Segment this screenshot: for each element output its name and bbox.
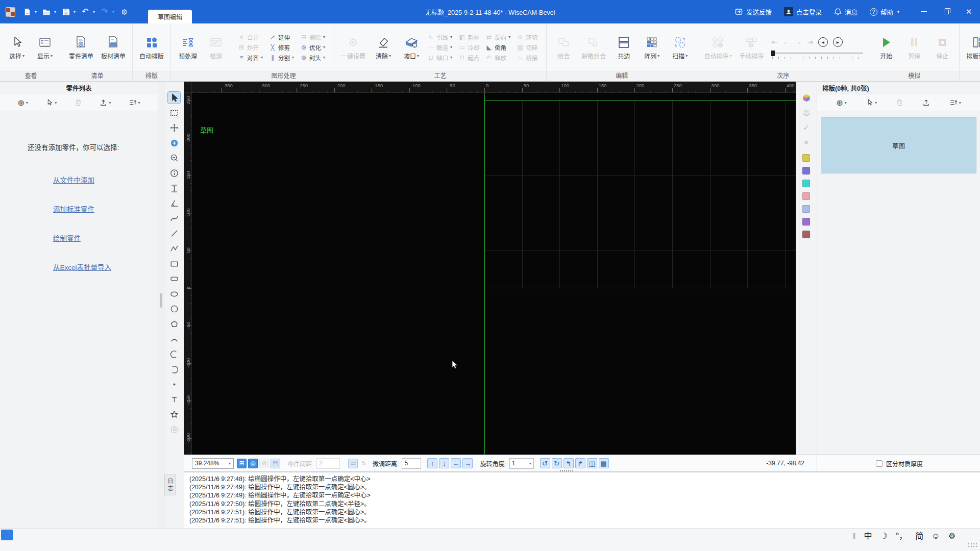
color-swatch-3[interactable] bbox=[802, 192, 810, 200]
add-part-button[interactable]: ⊕▾ bbox=[17, 98, 28, 108]
ime-settings-icon[interactable]: ⚙ bbox=[948, 532, 955, 540]
ribbon-commonedge-button[interactable]: 共边 bbox=[610, 34, 637, 61]
mirror-horizontal-button[interactable]: ◫ bbox=[587, 458, 597, 468]
ribbon-split-button[interactable]: ∦分割▾ bbox=[268, 53, 295, 63]
rectangle-tool[interactable] bbox=[168, 258, 180, 270]
ribbon-optimize-button[interactable]: ⊚优化▾ bbox=[299, 42, 326, 53]
sort-parts-button[interactable]: ▾ bbox=[129, 98, 140, 107]
ribbon-recognize-button[interactable]: 排版识别 bbox=[963, 34, 980, 61]
settings-button[interactable] bbox=[117, 5, 131, 18]
undo-button[interactable]: ↶ bbox=[79, 5, 92, 18]
ribbon-chamfer-button[interactable]: ◣倒角 bbox=[484, 42, 511, 53]
sheet-frame-toggle[interactable]: ⊞ bbox=[237, 459, 247, 468]
add-sheet-button[interactable]: ⊕▾ bbox=[836, 98, 846, 108]
ribbon-array-button[interactable]: 阵列▾ bbox=[639, 34, 665, 61]
sequence-slider[interactable] bbox=[771, 51, 863, 59]
star-tool[interactable] bbox=[168, 409, 180, 420]
part-snap-toggle[interactable]: ◎ bbox=[248, 459, 258, 468]
spline-tool[interactable] bbox=[168, 213, 180, 224]
ellipse-tool[interactable] bbox=[168, 288, 180, 300]
dropdown-caret-icon[interactable]: ▾ bbox=[112, 10, 114, 14]
rotate-left-90-button[interactable]: ↰ bbox=[564, 458, 574, 468]
ime-halfwidth-icon[interactable]: ☽ bbox=[880, 532, 888, 540]
add-parts-link-0[interactable]: 从文件中添加 bbox=[53, 174, 94, 185]
ime-simplified-icon[interactable]: 简 bbox=[915, 532, 923, 540]
ribbon-play-button[interactable]: 开始 bbox=[873, 34, 899, 61]
polygon-tool[interactable] bbox=[168, 318, 180, 330]
point-tool[interactable] bbox=[168, 379, 180, 390]
arc-tangent-tool[interactable] bbox=[168, 364, 180, 375]
align-display-toggle[interactable]: ▤ bbox=[271, 459, 280, 468]
measure-info-tool[interactable] bbox=[168, 167, 180, 179]
sheet-spacing-icon[interactable]: ▭ bbox=[348, 459, 358, 468]
arc-center-tool[interactable] bbox=[168, 348, 180, 360]
ribbon-display-button[interactable]: 显示▾ bbox=[32, 34, 58, 61]
circle-tool[interactable] bbox=[168, 303, 180, 315]
ime-language-icon[interactable]: 中 bbox=[864, 532, 872, 540]
nudge-input[interactable]: 5 bbox=[402, 458, 421, 469]
dropdown-caret-icon[interactable]: ▾ bbox=[35, 10, 37, 14]
rotate-cw-button[interactable]: ↻ bbox=[552, 458, 562, 468]
ribbon-cap-button[interactable]: ⊛封头▾ bbox=[299, 53, 326, 63]
send-feedback-button[interactable]: 发送反馈 bbox=[735, 7, 772, 17]
arc-tool[interactable] bbox=[168, 334, 180, 345]
sort-sheet-button[interactable]: ▾ bbox=[949, 98, 961, 107]
sketch-canvas[interactable]: 草图 bbox=[192, 93, 796, 455]
color-swatch-4[interactable] bbox=[802, 205, 810, 213]
seq-first-button[interactable]: ⇤ bbox=[771, 38, 777, 46]
export-parts-button[interactable]: ▾ bbox=[100, 98, 111, 107]
seq-play-back-button[interactable]: ◂ bbox=[818, 37, 828, 47]
resize-grip[interactable] bbox=[968, 543, 977, 548]
line-tool[interactable] bbox=[168, 228, 180, 239]
cancel-icon[interactable]: ✕ bbox=[801, 137, 812, 147]
export-sheet-button[interactable] bbox=[922, 98, 930, 107]
ribbon-align-button[interactable]: ≡对齐▾ bbox=[237, 53, 264, 63]
new-file-button[interactable] bbox=[20, 5, 34, 18]
ime-emoji-icon[interactable]: ☺ bbox=[932, 532, 940, 540]
polyline-tool[interactable] bbox=[168, 243, 180, 255]
ribbon-docsheet-button[interactable]: 板材清单 bbox=[98, 34, 129, 61]
thickness-checkbox[interactable] bbox=[876, 460, 883, 467]
ribbon-extend-button[interactable]: ↗延伸 bbox=[268, 32, 295, 42]
dropdown-caret-icon[interactable]: ▾ bbox=[93, 10, 95, 14]
ribbon-scan-button[interactable]: 扫描▾ bbox=[667, 34, 693, 61]
seq-last-button[interactable]: ⇥ bbox=[807, 38, 813, 46]
nudge-up-button[interactable]: ↑ bbox=[427, 458, 437, 468]
color-swatch-1[interactable] bbox=[802, 167, 810, 174]
nudge-right-button[interactable]: → bbox=[462, 458, 473, 468]
confirm-icon[interactable]: ✓ bbox=[801, 122, 812, 133]
sheet-card-selected[interactable]: 草图 bbox=[821, 117, 976, 173]
login-button[interactable]: 点击登录 bbox=[784, 7, 822, 17]
color-swatch-5[interactable] bbox=[802, 218, 810, 226]
add-parts-link-2[interactable]: 绘制零件 bbox=[53, 233, 81, 243]
add-parts-link-1[interactable]: 添加标准零件 bbox=[53, 204, 94, 214]
minimize-button[interactable] bbox=[913, 0, 935, 23]
seq-next-button[interactable]: → bbox=[795, 38, 802, 46]
forbid-toggle[interactable]: ⊘ bbox=[259, 459, 269, 468]
render-cube-icon[interactable] bbox=[801, 93, 812, 103]
ime-punctuation-icon[interactable]: °， bbox=[896, 532, 907, 540]
seq-play-forward-button[interactable]: ▸ bbox=[833, 37, 843, 47]
redo-button[interactable]: ↷ bbox=[98, 5, 111, 18]
marquee-select-tool[interactable] bbox=[168, 107, 180, 119]
select-tool[interactable] bbox=[168, 92, 180, 104]
rotate-angle-select[interactable]: 1▾ bbox=[509, 458, 534, 469]
rotate-ccw-button[interactable]: ↺ bbox=[540, 458, 550, 468]
nudge-left-button[interactable]: ← bbox=[451, 458, 461, 468]
ribbon-preprocess-button[interactable]: 预处理 bbox=[175, 34, 201, 61]
ribbon-docgear-button[interactable]: 零件清单 bbox=[66, 34, 96, 61]
save-file-button[interactable] bbox=[59, 5, 72, 18]
nudge-down-button[interactable]: ↓ bbox=[439, 458, 449, 468]
parts-list-scrollbar[interactable] bbox=[158, 82, 164, 528]
move-tool[interactable] bbox=[168, 122, 180, 134]
color-swatch-0[interactable] bbox=[802, 154, 810, 162]
zoom-out-tool[interactable] bbox=[168, 152, 180, 164]
zoom-window-tool[interactable] bbox=[168, 137, 180, 149]
zoom-select[interactable]: 39.248%▾ bbox=[192, 458, 234, 469]
measure-angle-tool[interactable] bbox=[168, 197, 180, 209]
tab-sketch-edit[interactable]: 草图编辑 bbox=[148, 10, 192, 23]
rotate-right-90-button[interactable]: ↱ bbox=[575, 458, 585, 468]
measure-distance-tool[interactable] bbox=[168, 183, 180, 194]
text-tool[interactable] bbox=[168, 394, 180, 406]
part-spacing-input[interactable]: 2 bbox=[316, 458, 340, 469]
